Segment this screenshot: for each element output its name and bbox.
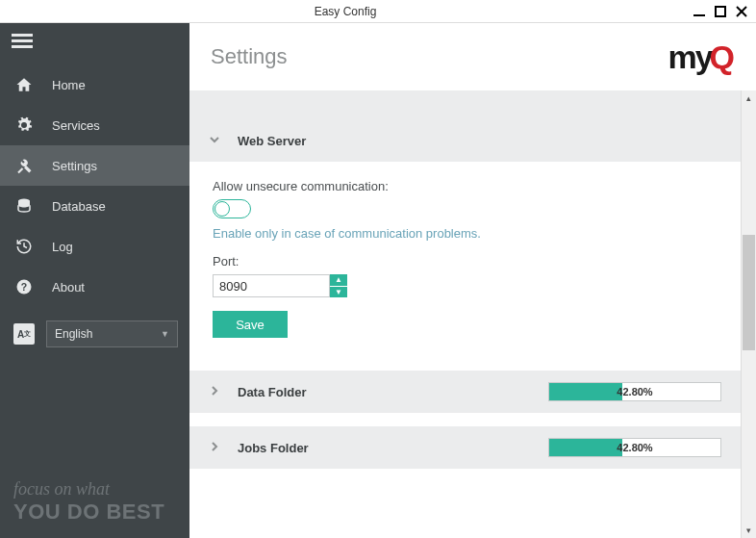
sidebar-item-label: About (52, 280, 85, 295)
page-title: Settings (211, 44, 288, 69)
allow-unsecure-toggle[interactable] (213, 199, 251, 218)
allow-unsecure-label: Allow unsecure communication: (213, 179, 718, 193)
spinner-down-icon[interactable]: ▼ (330, 287, 347, 298)
section-header-datafolder[interactable]: Data Folder 42.80% (189, 371, 741, 413)
section-header-jobsfolder[interactable]: Jobs Folder 42.80% (189, 426, 741, 469)
scroll-up-icon[interactable]: ▴ (742, 90, 756, 106)
header: Settings my Q (189, 23, 756, 90)
section-title: Jobs Folder (238, 441, 309, 455)
scrollbar-thumb[interactable] (743, 235, 755, 350)
svg-text:?: ? (21, 281, 27, 293)
sidebar-item-about[interactable]: ? About (0, 267, 189, 307)
spinner-up-icon[interactable]: ▲ (330, 274, 347, 287)
port-spinner[interactable]: ▲ ▼ (330, 274, 347, 297)
save-button[interactable]: Save (213, 311, 288, 338)
window-title: Easy Config (0, 5, 691, 18)
sidebar-item-label: Settings (52, 159, 97, 173)
section-header-webserver[interactable]: Web Server (189, 119, 741, 162)
chevron-right-icon (209, 385, 226, 399)
section-datafolder: Data Folder 42.80% (189, 371, 741, 413)
gear-icon (13, 115, 35, 136)
close-button[interactable] (733, 3, 750, 20)
logo-text-q: Q (710, 38, 735, 76)
minimize-button[interactable] (691, 3, 708, 20)
sidebar-item-settings[interactable]: Settings (0, 145, 189, 186)
question-icon: ? (13, 276, 35, 297)
main: Settings my Q Web Server Allow unsecure … (189, 23, 756, 538)
language-select[interactable]: English ▼ (46, 320, 178, 347)
progress-text: 42.80% (617, 442, 652, 453)
chevron-down-icon: ▼ (161, 329, 169, 339)
section-title: Web Server (238, 134, 306, 148)
tagline-line2: YOU DO BEST (13, 500, 180, 525)
content: Web Server Allow unsecure communication:… (189, 90, 741, 538)
port-label: Port: (213, 254, 718, 269)
toggle-knob (214, 201, 230, 217)
tagline-line1: focus on what (13, 479, 180, 500)
language-label: English (55, 327, 92, 341)
sidebar: Home Services Settings Database Log ? Ab… (0, 23, 189, 538)
nav: Home Services Settings Database Log ? Ab… (0, 64, 189, 357)
sidebar-item-database[interactable]: Database (0, 186, 189, 226)
database-icon (13, 195, 35, 217)
sidebar-item-log[interactable]: Log (0, 226, 189, 267)
tagline: focus on what YOU DO BEST (13, 479, 180, 525)
sidebar-item-label: Services (52, 118, 100, 133)
svg-rect-1 (716, 7, 725, 16)
section-jobsfolder: Jobs Folder 42.80% (189, 426, 741, 469)
maximize-button[interactable] (712, 3, 729, 20)
sidebar-item-services[interactable]: Services (0, 105, 189, 145)
section-title: Data Folder (238, 385, 307, 399)
jobsfolder-progress: 42.80% (548, 438, 721, 457)
chevron-down-icon (209, 134, 226, 148)
logo: my Q (668, 38, 735, 76)
sidebar-item-home[interactable]: Home (0, 64, 189, 105)
sidebar-item-label: Home (52, 78, 86, 92)
scroll-down-icon[interactable]: ▾ (742, 523, 756, 538)
allow-unsecure-hint: Enable only in case of communication pro… (213, 226, 718, 241)
titlebar: Easy Config (0, 0, 756, 23)
progress-text: 42.80% (617, 386, 652, 397)
datafolder-progress: 42.80% (548, 382, 721, 401)
language-icon: A文 (13, 323, 35, 345)
sidebar-item-label: Database (52, 199, 106, 214)
vertical-scrollbar[interactable]: ▴ ▾ (741, 90, 756, 538)
chevron-right-icon (209, 441, 226, 455)
home-icon (13, 74, 35, 95)
hamburger-button[interactable] (0, 23, 189, 59)
tools-icon (13, 155, 35, 176)
history-icon (13, 236, 35, 257)
port-input[interactable] (213, 274, 330, 297)
section-webserver: Web Server Allow unsecure communication:… (189, 119, 741, 357)
sidebar-item-label: Log (52, 240, 73, 254)
logo-text-my: my (668, 38, 711, 76)
